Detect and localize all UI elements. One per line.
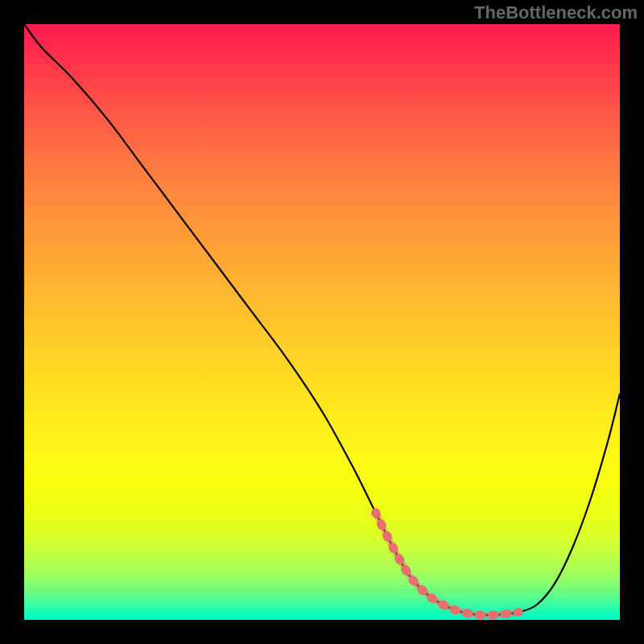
bottleneck-curve-highlight-solid	[376, 513, 519, 615]
watermark-text: TheBottleneck.com	[474, 2, 638, 23]
gradient-bottom-stripes	[24, 588, 620, 620]
chart-plot-area	[24, 24, 620, 620]
bottleneck-curve-path	[24, 24, 620, 615]
bottleneck-curve-svg	[24, 24, 620, 620]
bottleneck-curve-highlight	[376, 513, 519, 615]
